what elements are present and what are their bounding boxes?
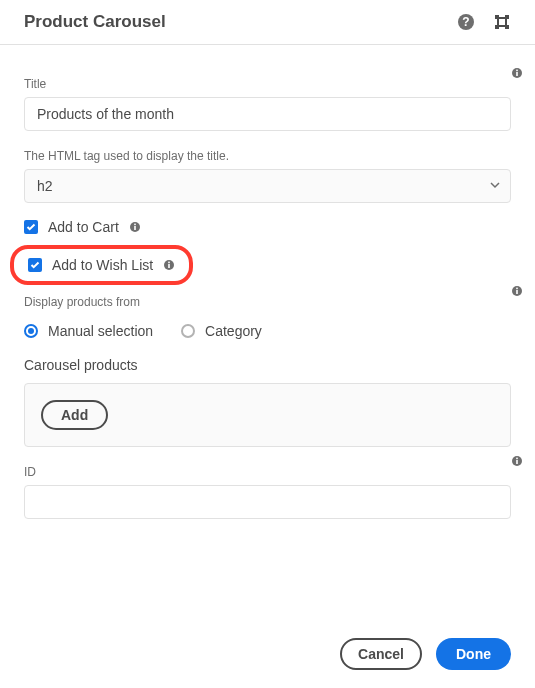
addtocart-label: Add to Cart (48, 219, 119, 235)
title-field-row: Title (24, 77, 511, 131)
addtocart-row: Add to Cart (24, 219, 511, 235)
radio-icon (24, 324, 38, 338)
radio-manual[interactable]: Manual selection (24, 323, 153, 339)
htmltag-label: The HTML tag used to display the title. (24, 149, 511, 163)
radio-category-label: Category (205, 323, 262, 339)
help-icon[interactable]: ? (457, 13, 475, 31)
info-icon[interactable] (511, 283, 523, 301)
dialog-footer: Cancel Done (340, 638, 511, 670)
dialog-header: Product Carousel ? (0, 0, 535, 45)
chevron-down-icon (489, 177, 501, 195)
addtocart-checkbox[interactable] (24, 220, 38, 234)
done-button[interactable]: Done (436, 638, 511, 670)
radio-icon (181, 324, 195, 338)
svg-rect-16 (516, 460, 518, 464)
info-icon[interactable] (511, 65, 523, 83)
displayfrom-row: Display products from Manual selection C… (24, 295, 511, 339)
svg-rect-17 (516, 458, 518, 460)
title-input[interactable] (24, 97, 511, 131)
svg-rect-2 (498, 18, 506, 26)
radio-manual-label: Manual selection (48, 323, 153, 339)
svg-rect-14 (516, 288, 518, 290)
info-icon[interactable] (129, 221, 141, 233)
displayfrom-label: Display products from (24, 295, 511, 309)
svg-rect-7 (134, 226, 136, 230)
add-button[interactable]: Add (41, 400, 108, 430)
svg-text:?: ? (462, 15, 469, 29)
title-label: Title (24, 77, 511, 91)
htmltag-select[interactable]: h2 (24, 169, 511, 203)
info-icon[interactable] (511, 453, 523, 471)
htmltag-field-row: The HTML tag used to display the title. … (24, 149, 511, 203)
info-icon[interactable] (163, 259, 175, 271)
svg-rect-10 (168, 264, 170, 268)
dialog-title: Product Carousel (24, 12, 457, 32)
fullscreen-icon[interactable] (493, 13, 511, 31)
highlight-ring: Add to Wish List (10, 245, 193, 285)
cancel-button[interactable]: Cancel (340, 638, 422, 670)
svg-rect-13 (516, 290, 518, 294)
addtowishlist-label: Add to Wish List (52, 257, 153, 273)
addtowishlist-row: Add to Wish List (24, 245, 511, 285)
svg-rect-5 (516, 70, 518, 72)
header-icons: ? (457, 13, 511, 31)
htmltag-value: h2 (37, 178, 53, 194)
svg-rect-4 (516, 72, 518, 76)
svg-rect-8 (134, 224, 136, 226)
id-input[interactable] (24, 485, 511, 519)
addtowishlist-checkbox[interactable] (28, 258, 42, 272)
carousel-products-label: Carousel products (24, 357, 511, 373)
carousel-products-box: Add (24, 383, 511, 447)
carousel-products-row: Carousel products Add (24, 357, 511, 447)
svg-rect-11 (168, 262, 170, 264)
displayfrom-radios: Manual selection Category (24, 323, 511, 339)
radio-category[interactable]: Category (181, 323, 262, 339)
id-field-row: ID (24, 465, 511, 519)
id-label: ID (24, 465, 511, 479)
dialog-form: Title The HTML tag used to display the t… (0, 45, 535, 527)
